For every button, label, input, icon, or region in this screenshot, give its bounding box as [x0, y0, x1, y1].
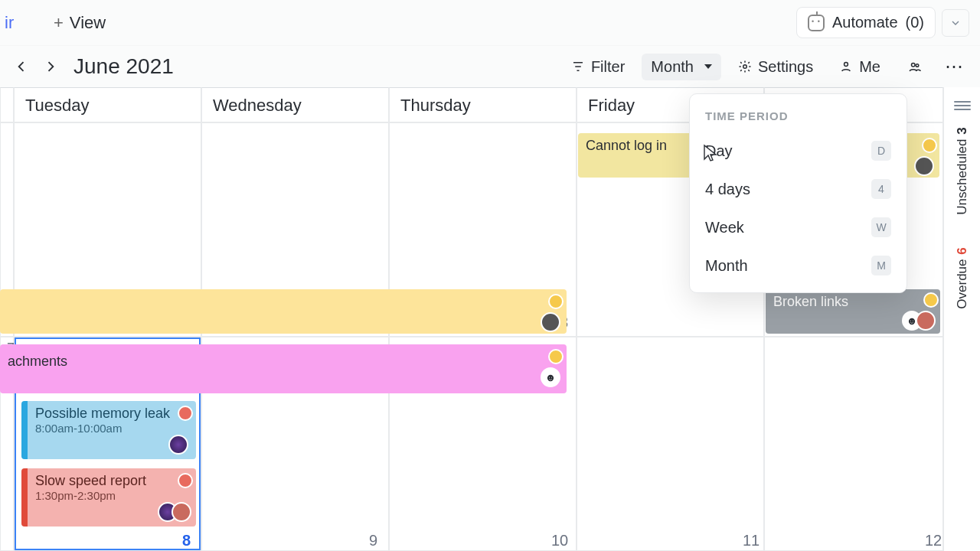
keyboard-shortcut-badge: D	[871, 141, 891, 161]
event-time: 8:00am-10:00am	[35, 422, 188, 435]
status-badge-icon	[178, 406, 193, 421]
dropdown-item-week[interactable]: Week W	[690, 208, 906, 246]
view-mode-label: Month	[651, 58, 694, 76]
unscheduled-count: 3	[955, 127, 970, 134]
date-number: 11	[743, 532, 760, 549]
dropdown-item-day[interactable]: Day D	[690, 132, 906, 170]
add-view-button[interactable]: + View	[54, 13, 106, 33]
day-header-wed: Wednesday	[201, 87, 389, 122]
automate-count: (0)	[906, 14, 924, 31]
dropdown-item-label: 4 days	[705, 181, 750, 198]
overdue-label: Overdue	[955, 259, 970, 308]
status-badge-icon	[922, 138, 937, 153]
status-badge-icon	[548, 294, 564, 309]
keyboard-shortcut-badge: 4	[871, 179, 891, 199]
next-period-button[interactable]	[40, 53, 61, 80]
people-icon	[906, 58, 923, 75]
side-rail: Unscheduled 3 Overdue 6	[943, 87, 980, 551]
svg-point-3	[916, 64, 919, 67]
top-bar: ir + View Automate (0)	[0, 0, 980, 46]
event-title: Broken links	[773, 294, 848, 309]
day-header-thu: Thursday	[389, 87, 577, 122]
keyboard-shortcut-badge: W	[871, 217, 891, 237]
view-mode-dropdown[interactable]: Month	[642, 54, 721, 80]
prev-period-button[interactable]	[11, 53, 32, 80]
event-time: 1:30pm-2:30pm	[35, 489, 188, 502]
me-label: Me	[859, 58, 880, 76]
assignee-avatar[interactable]	[541, 312, 560, 332]
date-number: 9	[369, 532, 377, 549]
automate-button[interactable]: Automate (0)	[796, 7, 936, 38]
people-button[interactable]	[897, 54, 933, 80]
dropdown-header: TIME PERIOD	[690, 105, 906, 132]
more-menu-button[interactable]: ⋯	[940, 56, 969, 77]
robot-icon	[808, 15, 825, 31]
day-cell[interactable]	[764, 337, 943, 551]
status-badge-icon	[178, 473, 193, 488]
event-title: Slow speed report	[35, 473, 188, 489]
view-name-truncated: ir	[5, 13, 17, 33]
event-title: Cannot log in	[586, 138, 667, 153]
filter-label: Filter	[591, 58, 625, 76]
day-header-tue: Tuesday	[14, 87, 201, 122]
rail-toggle-icon[interactable]	[954, 101, 971, 112]
unscheduled-button[interactable]: Unscheduled 3	[955, 127, 970, 215]
settings-button[interactable]: Settings	[729, 54, 822, 80]
event-attachments[interactable]: achments	[0, 344, 567, 393]
dropdown-item-label: Month	[705, 257, 748, 275]
assignee-avatar[interactable]	[914, 156, 934, 176]
svg-point-2	[912, 64, 916, 67]
svg-point-0	[743, 65, 747, 69]
cursor-icon	[702, 144, 719, 168]
assignee-avatar[interactable]	[916, 311, 936, 331]
add-view-label: View	[70, 13, 106, 33]
status-badge-icon	[548, 349, 564, 364]
keyboard-shortcut-badge: M	[871, 256, 891, 276]
unscheduled-label: Unscheduled	[955, 139, 970, 214]
day-cell[interactable]	[577, 337, 764, 551]
overdue-button[interactable]: Overdue 6	[955, 247, 970, 309]
event-title: Possible memory leak	[35, 406, 188, 422]
dropdown-item-label: Week	[705, 219, 744, 236]
date-number: 12	[925, 532, 942, 549]
assignee-avatar[interactable]	[168, 435, 188, 455]
period-title: June 2021	[74, 54, 174, 79]
filter-button[interactable]: Filter	[562, 54, 634, 80]
event-title-partial: achments	[8, 354, 67, 369]
dropdown-item-month[interactable]: Month M	[690, 246, 906, 285]
event-spanning-yellow[interactable]	[0, 289, 567, 334]
date-number: 10	[551, 532, 568, 549]
time-period-dropdown: TIME PERIOD Day D 4 days 4 Week W Month …	[689, 93, 907, 293]
calendar-toolbar: June 2021 Filter Month Settings Me ⋯	[0, 46, 980, 87]
status-badge-icon	[923, 292, 939, 308]
dropdown-item-4days[interactable]: 4 days 4	[690, 170, 906, 208]
date-number: 8	[182, 532, 191, 549]
svg-point-1	[844, 63, 848, 67]
me-button[interactable]: Me	[830, 54, 890, 80]
assignee-avatar[interactable]	[172, 502, 191, 522]
day-header-partial	[0, 87, 14, 122]
plus-icon: +	[54, 13, 64, 33]
settings-label: Settings	[758, 58, 813, 76]
overdue-count: 6	[955, 247, 970, 254]
automate-dropdown-toggle[interactable]	[942, 9, 969, 37]
automate-label: Automate	[832, 14, 898, 31]
assignee-avatar[interactable]: ☻	[541, 367, 560, 387]
